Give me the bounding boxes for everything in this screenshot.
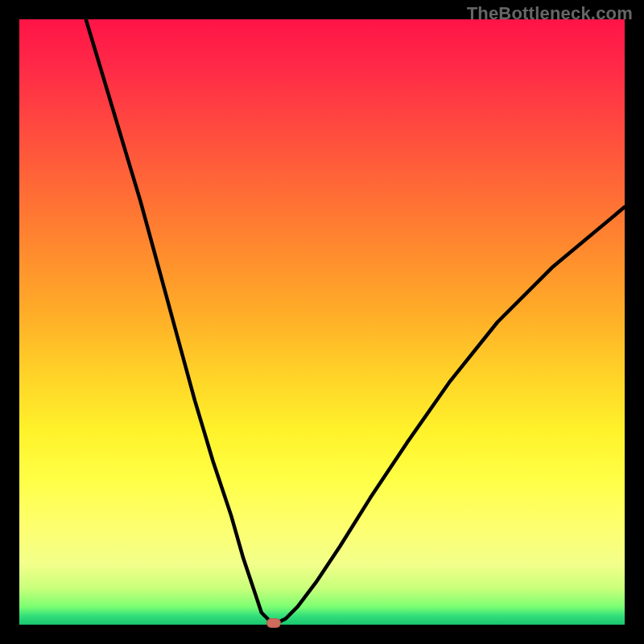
curve-left-branch <box>86 19 274 625</box>
minimum-marker <box>266 618 281 628</box>
chart-frame: TheBottleneck.com <box>0 0 644 644</box>
bottleneck-curve <box>19 19 625 625</box>
curve-right-branch <box>274 207 625 625</box>
plot-area <box>19 19 625 625</box>
